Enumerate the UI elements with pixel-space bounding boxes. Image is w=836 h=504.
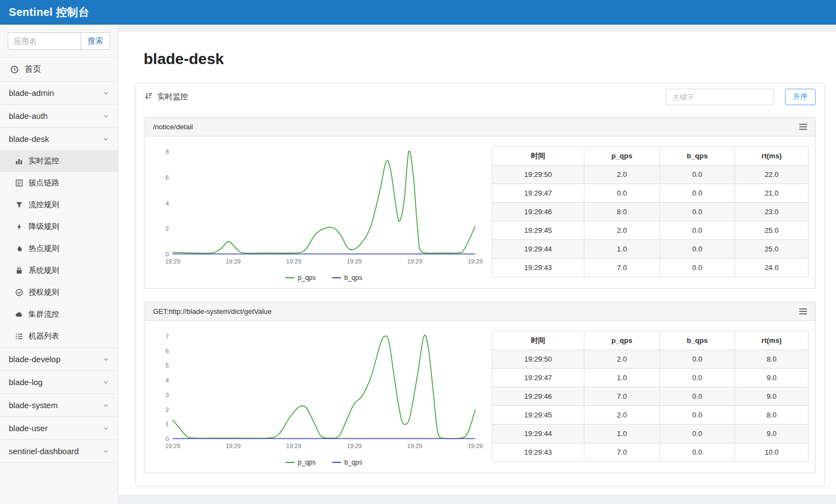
main-content: blade-desk 实时监控 升序 /notice/detail0246819… [118,25,836,504]
svg-text:2: 2 [166,406,169,413]
cluster-flow-icon [15,311,23,318]
search-button[interactable]: 搜索 [81,32,110,50]
svg-text:19:29: 19:29 [226,258,241,265]
table-cell: 8.0 [735,350,809,369]
page-title: blade-desk [118,32,836,83]
sidebar-item-system-rules[interactable]: 系统规则 [0,260,118,282]
sort-order-button[interactable]: 升序 [785,89,816,105]
legend-b_qps: b_qps [332,274,362,282]
sidebar-item-authority-rules[interactable]: 授权规则 [0,282,118,303]
table-cell: 19:29:43 [492,443,584,462]
table-cell: 19:29:44 [492,425,584,443]
realtime-monitor-icon [15,157,23,165]
table-cell: 19:29:47 [492,369,584,387]
search-input[interactable] [8,32,81,50]
app-header: Sentinel 控制台 [0,0,836,25]
legend-swatch-icon [332,277,341,278]
sidebar-app-blade-admin[interactable]: blade-admin [0,81,118,104]
sidebar-app-label: blade-develop [9,354,60,364]
resource-name: /notice/detail [153,123,193,131]
table-cell: 8.0 [735,406,809,425]
sidebar-app-blade-user[interactable]: blade-user [0,416,118,439]
sidebar-item-home-label: 首页 [25,64,41,75]
metrics-column-header: p_qps [584,147,659,165]
cluster-link-icon [15,179,23,187]
table-row: 19:29:467.00.09.0 [492,387,809,406]
table-cell: 0.0 [659,369,735,387]
table-cell: 21.0 [735,184,809,203]
sidebar-item-home[interactable]: 首页 [0,57,118,81]
table-cell: 19:29:43 [492,259,584,277]
metrics-column-header: rt(ms) [735,331,809,350]
metrics-column-header: 时间 [492,147,584,165]
legend-swatch-icon [286,462,294,463]
table-cell: 0.0 [659,240,735,259]
chevron-down-icon [103,448,109,455]
sidebar-app-blade-auth[interactable]: blade-auth [0,104,118,127]
table-cell: 23.0 [735,203,809,221]
resource-panels: /notice/detail0246819:2919:2919:2919:291… [136,117,824,473]
svg-text:19:29: 19:29 [346,443,362,449]
submenu-blade-desk: 实时监控簇点链路流控规则降级规则热点规则系统规则授权规则集群流控机器列表 [0,150,118,347]
svg-text:1: 1 [166,421,169,427]
sidebar-item-flow-rules[interactable]: 流控规则 [0,194,118,216]
chart-legend: p_qpsb_qps [156,274,492,282]
degrade-rules-icon [15,223,23,231]
table-cell: 0.0 [659,221,735,240]
sidebar-item-hotspot-rules[interactable]: 热点规则 [0,238,118,260]
table-cell: 9.0 [735,369,809,387]
metrics-column-header: b_qps [659,331,735,350]
legend-p_qps: p_qps [286,459,316,466]
sidebar-item-cluster-flow[interactable]: 集群流控 [0,303,118,325]
table-row: 19:29:452.00.08.0 [492,406,809,425]
sidebar-app-label: blade-admin [9,88,54,98]
table-cell: 25.0 [735,221,809,240]
qps-chart: 0246819:2919:2919:2919:2919:2919:29p_qps… [156,146,492,282]
svg-text:19:29: 19:29 [468,258,483,265]
monitor-title: 实时监控 [157,92,188,102]
sidebar-item-realtime-monitor[interactable]: 实时监控 [0,150,118,172]
table-cell: 0.0 [659,184,735,203]
table-cell: 0.0 [659,425,735,443]
metrics-table: 时间p_qpsb_qpsrt(ms)19:29:502.00.022.019:2… [492,146,809,277]
sidebar-item-degrade-rules[interactable]: 降级规则 [0,216,118,238]
table-cell: 0.0 [659,406,735,425]
svg-text:19:29: 19:29 [165,258,180,265]
chart-legend: p_qpsb_qps [156,459,492,466]
svg-text:19:29: 19:29 [407,443,423,449]
table-cell: 1.0 [584,369,659,387]
hamburger-menu-icon[interactable] [799,308,807,315]
table-cell: 0.0 [659,203,735,221]
table-row: 19:29:452.00.025.0 [492,221,809,240]
keyword-input[interactable] [666,89,774,105]
metrics-column-header: b_qps [659,147,735,165]
metrics-table: 时间p_qpsb_qpsrt(ms)19:29:502.00.08.019:29… [492,331,809,462]
sidebar-item-machine-list[interactable]: 机器列表 [0,325,118,347]
sidebar-item-cluster-link[interactable]: 簇点链路 [0,172,118,194]
hamburger-menu-icon[interactable] [799,123,807,130]
sidebar-app-label: blade-system [9,400,58,410]
table-cell: 19:29:45 [492,221,584,240]
svg-text:5: 5 [166,362,169,369]
hotspot-rules-icon [15,245,23,253]
sidebar-app-blade-system[interactable]: blade-system [0,393,118,416]
resource-panel: GET:http://blade-system/dict/getValue012… [145,302,816,473]
app-menu: blade-adminblade-authblade-desk实时监控簇点链路流… [0,81,118,463]
sidebar-app-sentinel-dashboard[interactable]: sentinel-dashboard [0,439,118,462]
metrics-column-header: rt(ms) [735,147,809,165]
svg-text:19:29: 19:29 [407,258,423,265]
table-cell: 7.0 [584,259,659,277]
sidebar-item-label: 降级规则 [29,222,59,232]
table-cell: 7.0 [584,387,659,406]
svg-text:4: 4 [166,200,169,207]
sidebar-app-blade-develop[interactable]: blade-develop [0,347,118,370]
svg-text:4: 4 [166,377,169,383]
table-cell: 7.0 [584,443,659,462]
table-row: 19:29:502.00.08.0 [492,350,809,369]
sidebar-app-blade-desk[interactable]: blade-desk [0,127,118,150]
svg-text:19:29: 19:29 [226,443,241,449]
qps-chart: 0123456719:2919:2919:2919:2919:2919:29p_… [156,331,492,466]
svg-text:19:29: 19:29 [286,258,302,265]
svg-text:19:29: 19:29 [468,443,483,449]
sidebar-app-blade-log[interactable]: blade-log [0,370,118,393]
